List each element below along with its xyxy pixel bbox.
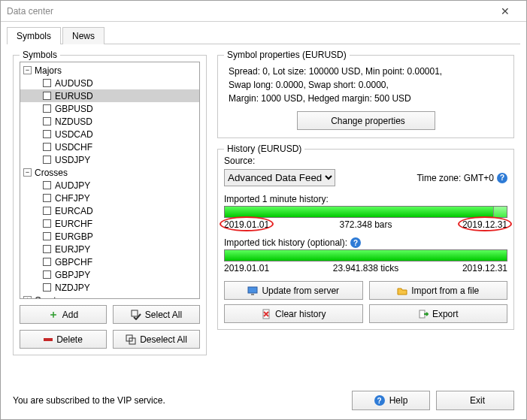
tree-item-gbpchf[interactable]: GBPCHF (20, 255, 199, 268)
source-select[interactable]: Advanced Data Feed (224, 169, 335, 186)
collapse-icon[interactable]: − (23, 66, 32, 74)
delete-button[interactable]: Delete (20, 330, 107, 349)
tree-item-nzdjpy[interactable]: NZDJPY (20, 281, 199, 294)
folder-open-icon (397, 286, 407, 296)
close-icon[interactable]: ✕ (490, 1, 520, 22)
tabs: Symbols News (7, 26, 520, 44)
checkbox[interactable] (43, 92, 51, 100)
tree-item-audjpy[interactable]: AUDJPY (20, 179, 199, 192)
properties-fieldset: Symbol properties (EURUSD) Spread: 0, Lo… (217, 55, 514, 138)
minus-icon (44, 338, 53, 341)
svg-rect-0 (132, 310, 138, 316)
help-icon: ? (374, 395, 385, 406)
minute-dates: 2019.01.01 372.348 bars 2019.12.31 (224, 219, 507, 230)
checkbox[interactable] (43, 194, 51, 202)
tick-bars: 23.941.838 ticks (333, 263, 398, 273)
tree-item-audusd[interactable]: AUDUSD (20, 77, 199, 89)
select-all-icon (131, 310, 141, 320)
expand-icon[interactable]: + (23, 296, 32, 299)
checkbox[interactable] (43, 258, 51, 266)
help-icon[interactable]: ? (497, 173, 507, 183)
history-fieldset: History (EURUSD) Source: Advanced Data F… (217, 149, 514, 330)
window-title: Data center (7, 1, 53, 22)
tree-item-usdcad[interactable]: USDCAD (20, 128, 199, 141)
add-button[interactable]: ＋Add (20, 305, 107, 324)
tree-item-eurchf[interactable]: EURCHF (20, 217, 199, 230)
svg-rect-6 (419, 310, 425, 318)
properties-text: Spread: 0, Lot size: 100000 USD, Min poi… (229, 65, 507, 105)
symbols-legend: Symbols (20, 50, 60, 60)
checkbox[interactable] (43, 283, 51, 292)
history-legend: History (EURUSD) (224, 144, 304, 154)
checkbox[interactable] (43, 104, 51, 113)
change-properties-button[interactable]: Change properties (297, 111, 435, 130)
update-server-button[interactable]: Update from server (224, 281, 363, 300)
symbols-fieldset: Symbols −MajorsAUDUSDEURUSDGBPUSDNZDUSDU… (13, 55, 207, 355)
vip-status: You are subscribed to the VIP service. (13, 395, 165, 406)
timezone-label: Time zone: GMT+0 (416, 173, 494, 183)
help-button[interactable]: ?Help (352, 391, 430, 410)
minute-to: 2019.12.31 (462, 219, 507, 230)
tree-group-majors[interactable]: −Majors (20, 64, 199, 77)
deselect-all-icon (126, 334, 136, 345)
tree-item-eurgbp[interactable]: EURGBP (20, 230, 199, 243)
tree-item-gbpjpy[interactable]: GBPJPY (20, 268, 199, 281)
tick-history-label: Imported tick history (optional): ? (224, 237, 507, 248)
tree-item-nzdusd[interactable]: NZDUSD (20, 115, 199, 128)
minute-bars: 372.348 bars (339, 219, 392, 230)
checkbox[interactable] (43, 219, 51, 228)
footer: You are subscribed to the VIP service. ?… (1, 383, 526, 419)
svg-rect-4 (251, 294, 254, 295)
tree-group-crypto[interactable]: +Crypto (20, 294, 199, 299)
symbol-tree[interactable]: −MajorsAUDUSDEURUSDGBPUSDNZDUSDUSDCADUSD… (20, 62, 200, 299)
checkbox[interactable] (43, 130, 51, 138)
tab-news[interactable]: News (62, 27, 104, 44)
export-icon (418, 309, 429, 319)
minute-from: 2019.01.01 (224, 219, 269, 230)
checkbox[interactable] (43, 232, 51, 240)
tab-symbols[interactable]: Symbols (7, 27, 61, 44)
checkbox[interactable] (43, 207, 51, 215)
tick-dates: 2019.01.01 23.941.838 ticks 2019.12.31 (224, 263, 507, 273)
deselect-all-button[interactable]: Deselect All (113, 330, 200, 349)
export-button[interactable]: Export (369, 304, 508, 323)
collapse-icon[interactable]: − (23, 168, 32, 177)
titlebar: Data center ✕ (1, 1, 526, 22)
clear-history-button[interactable]: Clear history (224, 304, 363, 323)
source-label: Source: (224, 156, 507, 166)
tree-item-eurcad[interactable]: EURCAD (20, 204, 199, 217)
checkbox[interactable] (43, 156, 51, 164)
tree-item-chfjpy[interactable]: CHFJPY (20, 192, 199, 204)
import-file-button[interactable]: Import from a file (369, 281, 508, 300)
select-all-button[interactable]: Select All (113, 305, 200, 324)
checkbox[interactable] (43, 245, 51, 253)
tree-item-usdchf[interactable]: USDCHF (20, 141, 199, 153)
exit-button[interactable]: Exit (436, 391, 514, 410)
tree-item-usdjpy[interactable]: USDJPY (20, 153, 199, 166)
tree-group-crosses[interactable]: −Crosses (20, 166, 199, 179)
plus-icon: ＋ (48, 308, 59, 322)
checkbox[interactable] (43, 181, 51, 189)
minute-history-label: Imported 1 minute history: (224, 194, 507, 204)
checkbox[interactable] (43, 270, 51, 279)
monitor-icon (247, 286, 258, 296)
delete-doc-icon (261, 309, 271, 319)
properties-legend: Symbol properties (EURUSD) (224, 50, 350, 60)
tree-item-gbpusd[interactable]: GBPUSD (20, 102, 199, 115)
checkbox[interactable] (43, 117, 51, 125)
checkbox[interactable] (43, 79, 51, 87)
tick-to: 2019.12.31 (462, 263, 507, 273)
checkbox[interactable] (43, 143, 51, 151)
tree-item-eurusd[interactable]: EURUSD (20, 89, 199, 102)
tick-from: 2019.01.01 (224, 263, 269, 273)
tick-progress-bar (224, 249, 507, 261)
svg-rect-3 (248, 287, 257, 293)
tree-item-eurjpy[interactable]: EURJPY (20, 243, 199, 255)
minute-progress-bar (224, 206, 507, 218)
help-icon[interactable]: ? (350, 237, 361, 248)
